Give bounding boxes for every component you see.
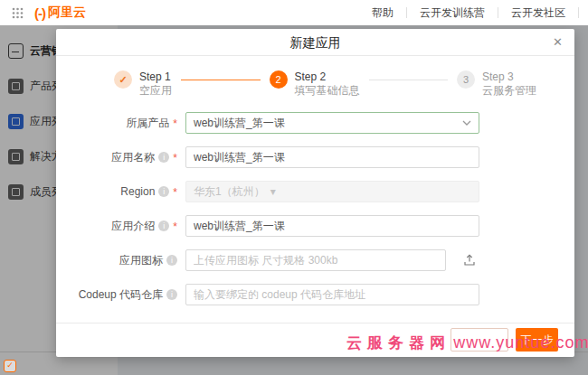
required-mark: * (173, 186, 177, 199)
step3-name: Step 3 (482, 70, 536, 84)
new-app-modal: 新建应用 ✕ ✓ Step 1 空应用 2 Step 2 填写基础信息 (56, 29, 574, 357)
app-desc-input[interactable] (185, 215, 479, 237)
form-row-product: 所属产品 * web训练营_第一课 (56, 112, 574, 134)
form-row-region: Region i * 华东1（杭州） ▾ (56, 181, 574, 202)
step1-name: Step 1 (139, 70, 172, 84)
info-icon: i (158, 220, 169, 231)
form-row-app-name: 应用名称 i * (56, 146, 574, 168)
step3-desc: 云服务管理 (482, 84, 536, 98)
required-mark: * (173, 220, 177, 233)
modal-header: 新建应用 ✕ (56, 29, 574, 56)
product-label: 所属产品 * (56, 116, 177, 131)
product-select[interactable]: web训练营_第一课 (185, 112, 479, 134)
step1-desc: 空应用 (139, 84, 172, 98)
required-mark: * (173, 152, 177, 164)
app-name-input[interactable] (185, 146, 479, 168)
steps-indicator: ✓ Step 1 空应用 2 Step 2 填写基础信息 3 Step 3 (114, 70, 536, 98)
app-name-label: 应用名称 i * (56, 150, 177, 165)
modal-footer: 下一步 (56, 323, 574, 357)
app-desc-label: 应用介绍 i * (56, 219, 177, 234)
help-link[interactable]: 帮助 (359, 5, 406, 21)
step-1: ✓ Step 1 空应用 (114, 70, 172, 98)
page-background: 云营销配置 产品列表 应用列表 解决方案 成员列表 新建应用 ✕ ✓ (0, 25, 588, 375)
step3-number: 3 (457, 70, 475, 89)
upload-icon[interactable] (461, 252, 478, 268)
required-mark: * (173, 117, 177, 130)
region-label: Region i * (56, 184, 177, 199)
aliyun-logo[interactable]: (-) 阿里云 (34, 5, 86, 21)
step-connector-pending (369, 80, 449, 80)
info-icon: i (158, 186, 169, 197)
step-connector-done (181, 80, 261, 80)
header-divider (578, 7, 579, 18)
app-grid-icon[interactable] (11, 6, 24, 19)
codeup-label: Codeup 代码仓库 i (56, 287, 177, 303)
form-row-app-desc: 应用介绍 i * (56, 215, 574, 237)
modal-title: 新建应用 (290, 35, 341, 50)
top-header: (-) 阿里云 帮助 云开发训练营 云开发社区 (0, 0, 588, 25)
step2-name: Step 2 (295, 70, 360, 84)
form-row-app-icon: 应用图标 i (56, 249, 574, 271)
step1-check-icon: ✓ (114, 70, 132, 89)
form-row-codeup: Codeup 代码仓库 i (56, 284, 574, 305)
region-value: 华东1（杭州） (194, 184, 265, 200)
prev-step-button[interactable] (450, 328, 508, 352)
next-step-button[interactable]: 下一步 (516, 328, 558, 352)
caret-down-icon: ▾ (270, 185, 276, 198)
product-select-value: web训练营_第一课 (194, 116, 285, 131)
new-app-form: 所属产品 * web训练营_第一课 应用名称 i * (56, 112, 574, 318)
feedback-icon[interactable]: ✓ (4, 360, 16, 372)
codeup-repo-input[interactable] (185, 284, 479, 305)
step-2: 2 Step 2 填写基础信息 (270, 70, 360, 98)
info-icon: i (166, 255, 177, 266)
cloud-dev-community-link[interactable]: 云开发社区 (498, 5, 578, 21)
info-icon: i (158, 152, 169, 163)
chevron-down-icon (462, 120, 471, 126)
region-select-disabled: 华东1（杭州） ▾ (185, 181, 479, 202)
step2-desc: 填写基础信息 (295, 84, 360, 98)
cloud-dev-camp-link[interactable]: 云开发训练营 (407, 5, 498, 21)
app-icon-label: 应用图标 i (56, 253, 177, 268)
step2-number: 2 (270, 70, 288, 89)
close-icon[interactable]: ✕ (553, 29, 563, 56)
aliyun-logo-text: 阿里云 (48, 5, 86, 21)
aliyun-logo-icon: (-) (34, 5, 45, 21)
info-icon: i (166, 289, 177, 300)
app-icon-input[interactable] (185, 249, 446, 271)
step-3: 3 Step 3 云服务管理 (457, 70, 536, 98)
